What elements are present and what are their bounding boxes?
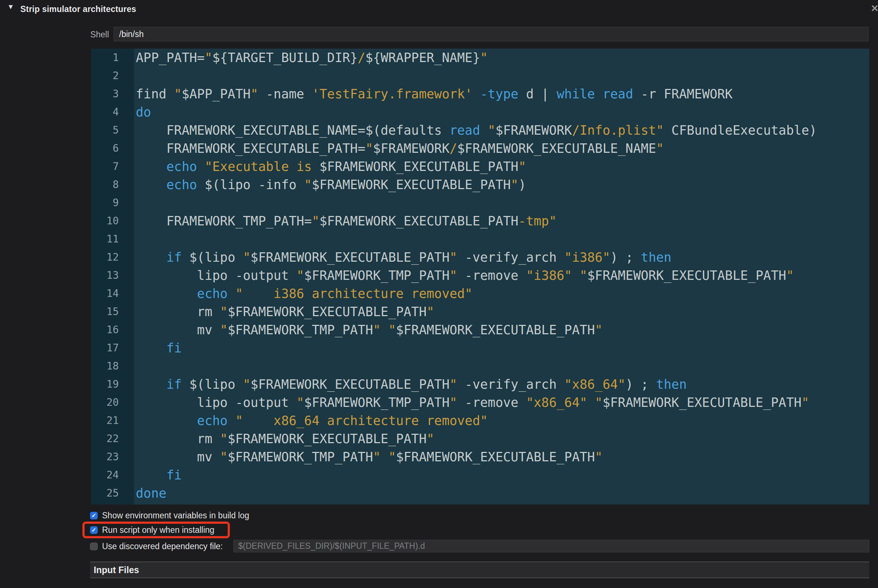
input-files-section-header[interactable]: Input Files bbox=[90, 561, 869, 578]
line-number: 4 bbox=[91, 103, 134, 121]
code-line[interactable] bbox=[136, 357, 869, 375]
line-number: 5 bbox=[91, 121, 134, 140]
script-code-area[interactable]: APP_PATH="${TARGET_BUILD_DIR}/${WRAPPER_… bbox=[134, 49, 869, 504]
line-number: 16 bbox=[91, 321, 134, 339]
dependency-file-placeholder: $(DERIVED_FILES_DIR)/$(INPUT_FILE_PATH).… bbox=[238, 541, 425, 550]
code-line[interactable]: fi bbox=[136, 339, 869, 357]
show-env-row: ✓ Show environment variables in build lo… bbox=[90, 510, 249, 521]
line-number: 22 bbox=[91, 430, 134, 448]
line-number: 1 bbox=[91, 49, 134, 67]
run-install-label: Run script only when installing bbox=[102, 525, 214, 535]
code-line[interactable] bbox=[136, 194, 869, 212]
code-line[interactable]: rm "$FRAMEWORK_EXECUTABLE_PATH" bbox=[136, 430, 869, 448]
code-line[interactable]: find "$APP_PATH" -name 'TestFairy.framew… bbox=[136, 85, 869, 103]
run-script-build-phase-panel: { "header": { "title": "Strip simulator … bbox=[0, 0, 878, 588]
close-icon[interactable]: ✕ bbox=[871, 3, 878, 14]
show-env-checkbox[interactable]: ✓ bbox=[90, 512, 98, 519]
code-line[interactable]: mv "$FRAMEWORK_TMP_PATH" "$FRAMEWORK_EXE… bbox=[136, 448, 869, 466]
dependency-file-input[interactable]: $(DERIVED_FILES_DIR)/$(INPUT_FILE_PATH).… bbox=[234, 540, 869, 552]
build-phase-title: Strip simulator architectures bbox=[20, 4, 136, 14]
line-number: 10 bbox=[91, 212, 134, 230]
line-number: 8 bbox=[91, 176, 134, 194]
line-number: 3 bbox=[91, 85, 134, 103]
code-line[interactable]: done bbox=[136, 484, 869, 502]
code-line[interactable]: FRAMEWORK_EXECUTABLE_PATH="$FRAMEWORK/$F… bbox=[136, 140, 869, 158]
code-line[interactable]: lipo -output "$FRAMEWORK_TMP_PATH" -remo… bbox=[136, 393, 869, 412]
dependency-file-checkbox[interactable] bbox=[90, 543, 98, 550]
line-number: 21 bbox=[91, 412, 134, 430]
code-line[interactable]: FRAMEWORK_EXECUTABLE_NAME=$(defaults rea… bbox=[136, 121, 869, 140]
code-line[interactable]: fi bbox=[136, 466, 869, 484]
code-line[interactable]: echo " i386 architecture removed" bbox=[136, 285, 869, 303]
run-install-checkbox[interactable]: ✓ bbox=[90, 526, 98, 534]
line-number: 2 bbox=[91, 67, 134, 85]
line-number: 14 bbox=[91, 285, 134, 303]
code-line[interactable] bbox=[136, 67, 869, 85]
show-env-label: Show environment variables in build log bbox=[102, 511, 249, 520]
code-line[interactable]: APP_PATH="${TARGET_BUILD_DIR}/${WRAPPER_… bbox=[136, 49, 869, 67]
code-line[interactable]: if $(lipo "$FRAMEWORK_EXECUTABLE_PATH" -… bbox=[136, 248, 869, 266]
line-number: 17 bbox=[91, 339, 134, 357]
code-line[interactable]: do bbox=[136, 103, 869, 121]
code-line[interactable]: echo "Executable is $FRAMEWORK_EXECUTABL… bbox=[136, 158, 869, 176]
code-line[interactable]: lipo -output "$FRAMEWORK_TMP_PATH" -remo… bbox=[136, 266, 869, 285]
shell-input[interactable]: /bin/sh bbox=[114, 27, 869, 41]
line-number: 19 bbox=[91, 375, 134, 393]
line-number: 24 bbox=[91, 466, 134, 484]
disclosure-triangle-icon[interactable]: ▼ bbox=[7, 3, 14, 11]
line-number: 15 bbox=[91, 303, 134, 321]
shell-label: Shell bbox=[58, 30, 109, 40]
line-number: 6 bbox=[91, 140, 134, 158]
input-files-title: Input Files bbox=[94, 565, 139, 575]
code-line[interactable]: if $(lipo "$FRAMEWORK_EXECUTABLE_PATH" -… bbox=[136, 375, 869, 393]
run-install-row: ✓ Run script only when installing bbox=[90, 525, 214, 536]
line-number: 7 bbox=[91, 158, 134, 176]
line-number: 11 bbox=[91, 230, 134, 248]
line-number: 23 bbox=[91, 448, 134, 466]
line-number: 9 bbox=[91, 194, 134, 212]
code-line[interactable]: echo $(lipo -info "$FRAMEWORK_EXECUTABLE… bbox=[136, 176, 869, 194]
script-editor[interactable]: 1234567891011121314151617181920212223242… bbox=[91, 49, 869, 504]
code-line[interactable]: mv "$FRAMEWORK_TMP_PATH" "$FRAMEWORK_EXE… bbox=[136, 321, 869, 339]
dependency-file-row: Use discovered dependency file: bbox=[90, 541, 222, 552]
code-line[interactable]: FRAMEWORK_TMP_PATH="$FRAMEWORK_EXECUTABL… bbox=[136, 212, 869, 230]
code-line[interactable]: rm "$FRAMEWORK_EXECUTABLE_PATH" bbox=[136, 303, 869, 321]
code-line[interactable] bbox=[136, 230, 869, 248]
line-number: 20 bbox=[91, 393, 134, 412]
line-number: 12 bbox=[91, 248, 134, 266]
line-number: 18 bbox=[91, 357, 134, 375]
line-number-gutter: 1234567891011121314151617181920212223242… bbox=[91, 49, 134, 504]
dependency-file-label: Use discovered dependency file: bbox=[102, 542, 222, 551]
line-number: 25 bbox=[91, 484, 134, 502]
line-number: 13 bbox=[91, 266, 134, 285]
code-line[interactable]: echo " x86_64 architecture removed" bbox=[136, 412, 869, 430]
